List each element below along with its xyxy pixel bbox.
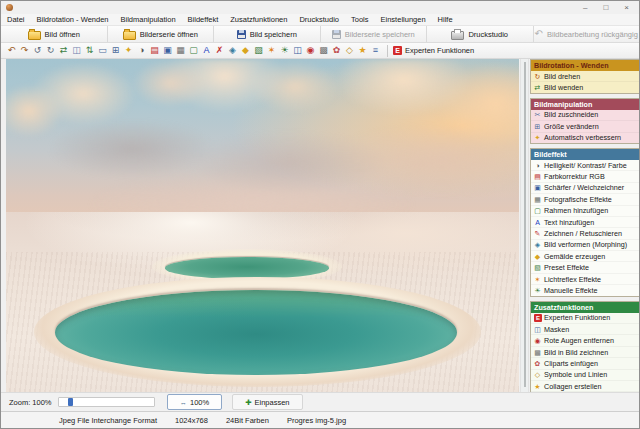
menu-bildeffekt[interactable]: Bildeffekt bbox=[188, 15, 219, 24]
sidebar-item-cliparts-einfuegen[interactable]: ✿ Cliparts einfügen bbox=[531, 358, 639, 369]
resize-icon[interactable]: ⊞ bbox=[109, 44, 122, 57]
fit-to-window-button[interactable]: ✚ Einpassen bbox=[232, 394, 302, 410]
paint-icon[interactable]: ◆ bbox=[239, 44, 252, 57]
zoom-slider-thumb[interactable] bbox=[68, 398, 73, 406]
maximize-button[interactable]: □ bbox=[603, 3, 608, 13]
menu-zusatzfunktionen[interactable]: Zusatzfunktionen bbox=[230, 15, 287, 24]
fit-to-window-icon: ✚ bbox=[245, 398, 251, 407]
menu-einstellungen[interactable]: Einstellungen bbox=[381, 15, 426, 24]
sharpen-icon[interactable]: ▣ bbox=[161, 44, 174, 57]
image-canvas bbox=[6, 59, 519, 392]
canvas-scrollbar[interactable] bbox=[520, 59, 529, 392]
picture-in-picture-icon[interactable]: ▩ bbox=[317, 44, 330, 57]
rotate-cw-icon[interactable]: ↻ bbox=[44, 44, 57, 57]
preset-effects-icon[interactable]: ▧ bbox=[252, 44, 265, 57]
sidebar-item-helligkeit[interactable]: ◑ Helligkeit/ Kontrast/ Farbe bbox=[531, 160, 639, 171]
item-label: Bild in Bild zeichnen bbox=[544, 348, 608, 357]
print-studio-button[interactable]: Druckstudio bbox=[427, 26, 534, 42]
sidebar-item-farbkorrektur-rgb[interactable]: ▤ Farbkorrektur RGB bbox=[531, 171, 639, 182]
expert-functions-button[interactable]: E Experten Funktionen bbox=[393, 46, 474, 55]
item-label: Cliparts einfügen bbox=[544, 359, 598, 368]
sidebar-item-lichtreflex-effekte[interactable]: ✶ Lichtreflex Effekte bbox=[531, 274, 639, 285]
photo-small-lagoon bbox=[165, 257, 329, 279]
retouch-icon: ✎ bbox=[533, 229, 542, 238]
menu-hilfe[interactable]: Hilfe bbox=[438, 15, 453, 24]
crop-icon[interactable]: ▭ bbox=[96, 44, 109, 57]
save-image-icon bbox=[237, 30, 246, 39]
menu-bildmanipulation[interactable]: Bildmanipulation bbox=[121, 15, 176, 24]
panel-header-bildmanipulation: Bildmanipulation bbox=[531, 99, 639, 110]
mirror-icon[interactable]: ◫ bbox=[70, 44, 83, 57]
flip-image-icon: ⇄ bbox=[533, 83, 542, 92]
sidebar-item-bild-zuschneiden[interactable]: ✂ Bild zuschneiden bbox=[531, 110, 639, 121]
menu-datei[interactable]: Datei bbox=[7, 15, 25, 24]
masks-icon: ◫ bbox=[533, 325, 542, 334]
retouch-icon[interactable]: ✗ bbox=[213, 44, 226, 57]
zoom-slider[interactable] bbox=[58, 397, 155, 407]
undo-icon: ↶ bbox=[535, 29, 543, 39]
collage-icon[interactable]: ★ bbox=[356, 44, 369, 57]
rotate-right-icon[interactable]: ↷ bbox=[18, 44, 31, 57]
sidebar-item-collagen-erstellen[interactable]: ★ Collagen erstellen bbox=[531, 381, 639, 392]
flip-horizontal-icon[interactable]: ⇄ bbox=[57, 44, 70, 57]
red-eye-icon[interactable]: ◉ bbox=[304, 44, 317, 57]
undo-edit-button[interactable]: ↶ Bildbearbeitung rückgängig bbox=[534, 26, 640, 42]
auto-enhance-icon[interactable]: ✦ bbox=[122, 44, 135, 57]
frame-icon[interactable]: ▢ bbox=[187, 44, 200, 57]
sidebar-item-zeichnen-retuschieren[interactable]: ✎ Zeichnen / Retuschieren bbox=[531, 228, 639, 239]
sidebar-item-gemaelde-erzeugen[interactable]: ◆ Gemälde erzeugen bbox=[531, 251, 639, 262]
item-label: Preset Effekte bbox=[544, 263, 589, 272]
sidebar-item-fotografische-effekte[interactable]: ▦ Fotografische Effekte bbox=[531, 194, 639, 205]
item-label: Helligkeit/ Kontrast/ Farbe bbox=[544, 161, 627, 170]
rotate-ccw-icon[interactable]: ↺ bbox=[31, 44, 44, 57]
menu-druckstudio[interactable]: Druckstudio bbox=[299, 15, 339, 24]
status-image-dimensions: 1024x768 bbox=[175, 416, 208, 425]
sidebar-item-bild-in-bild-zeichnen[interactable]: ▩ Bild in Bild zeichnen bbox=[531, 347, 639, 358]
zoom-100-button[interactable]: ↔ 100% bbox=[167, 394, 223, 410]
sidebar-item-bild-wenden[interactable]: ⇄ Bild wenden bbox=[531, 82, 639, 92]
sidebar-item-bild-verformen[interactable]: ◈ Bild verformen (Morphing) bbox=[531, 240, 639, 251]
save-image-button[interactable]: Bild speichern bbox=[214, 26, 321, 42]
open-series-button[interactable]: Bilderserie öffnen bbox=[108, 26, 215, 42]
photo-big-lagoon bbox=[55, 290, 458, 375]
add-text-icon[interactable]: A bbox=[200, 44, 213, 57]
item-label: Bild zuschneiden bbox=[544, 110, 598, 119]
batch-icon[interactable]: ≡ bbox=[369, 44, 382, 57]
sidebar-item-experten-funktionen[interactable]: E Experten Funktionen bbox=[531, 313, 639, 324]
sidebar-item-preset-effekte[interactable]: ▧ Preset Effekte bbox=[531, 262, 639, 273]
sidebar-item-bild-drehen[interactable]: ↻ Bild drehen bbox=[531, 71, 639, 82]
sidebar-item-text-hinzufuegen[interactable]: A Text hinzufügen bbox=[531, 217, 639, 228]
menu-tools[interactable]: Tools bbox=[351, 15, 369, 24]
sidebar-item-groesse-veraendern[interactable]: ⊞ Größe verändern bbox=[531, 121, 639, 132]
sidebar-item-automatisch-verbessern[interactable]: ✦ Automatisch verbessern bbox=[531, 133, 639, 143]
canvas-scrollbar-thumb[interactable] bbox=[524, 62, 526, 387]
sidebar-item-rote-augen-entfernen[interactable]: ◉ Rote Augen entfernen bbox=[531, 335, 639, 346]
button-label: 100% bbox=[190, 398, 209, 407]
morph-icon[interactable]: ◈ bbox=[226, 44, 239, 57]
sidebar-panel-zusatzfunktionen: Zusatzfunktionen E Experten Funktionen ◫… bbox=[530, 301, 640, 404]
zoom-bar: Zoom: 100% ↔ 100% ✚ Einpassen bbox=[1, 392, 639, 411]
flip-vertical-icon[interactable]: ⇅ bbox=[83, 44, 96, 57]
save-series-button[interactable]: Bilderserie speichern bbox=[321, 26, 428, 42]
manual-effects-icon[interactable]: ☀ bbox=[278, 44, 291, 57]
sidebar-item-schaerfer[interactable]: ▣ Schärfer / Weichzeichner bbox=[531, 183, 639, 194]
rotate-left-icon[interactable]: ↶ bbox=[5, 44, 18, 57]
morph-icon: ◈ bbox=[533, 240, 542, 249]
sidebar-item-rahmen-hinzufuegen[interactable]: ▢ Rahmen hinzufügen bbox=[531, 206, 639, 217]
sidebar-item-manuelle-effekte[interactable]: ☀ Manuelle Effekte bbox=[531, 285, 639, 295]
lightreflex-icon[interactable]: ✶ bbox=[265, 44, 278, 57]
close-button[interactable]: × bbox=[624, 3, 629, 13]
manual-effects-icon: ☀ bbox=[533, 286, 542, 295]
symbols-icon[interactable]: ◇ bbox=[343, 44, 356, 57]
brightness-contrast-icon[interactable]: ◑ bbox=[135, 44, 148, 57]
open-image-button[interactable]: Bild öffnen bbox=[1, 26, 108, 42]
menu-bildrotation[interactable]: Bildrotation - Wenden bbox=[37, 15, 109, 24]
clipart-icon[interactable]: ✿ bbox=[330, 44, 343, 57]
masks-icon[interactable]: ◫ bbox=[291, 44, 304, 57]
minimize-button[interactable]: – bbox=[583, 3, 587, 13]
expert-functions-icon: E bbox=[534, 314, 542, 322]
photo-effects-icon[interactable]: ▦ bbox=[174, 44, 187, 57]
sidebar-item-masken[interactable]: ◫ Masken bbox=[531, 324, 639, 335]
rgb-correction-icon[interactable]: ▤ bbox=[148, 44, 161, 57]
sidebar-item-symbole-und-linien[interactable]: ◇ Symbole und Linien bbox=[531, 370, 639, 381]
